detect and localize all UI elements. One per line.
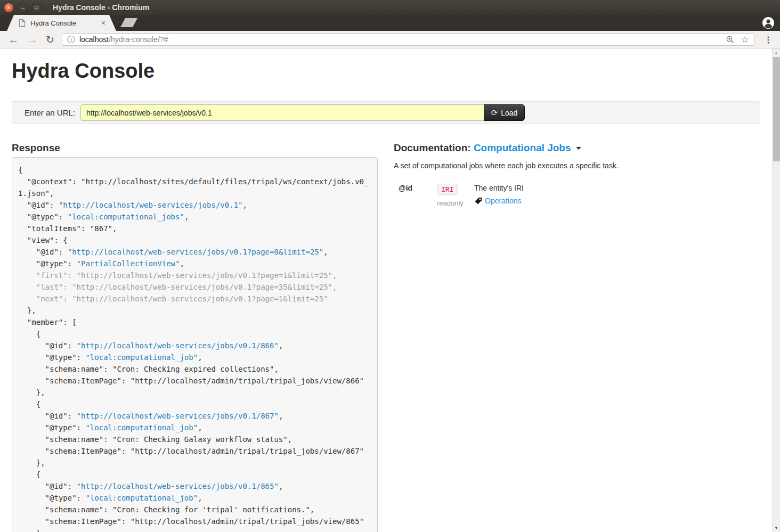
response-json-line: "@id": "http://localhost/web-services/jo…: [18, 246, 371, 258]
json-text: "next": "http://localhost/web-services/j…: [18, 294, 328, 303]
response-heading: Response: [12, 142, 378, 154]
json-text: ,: [198, 353, 202, 362]
json-link[interactable]: "local:computational_job": [85, 353, 198, 362]
response-json-line: "schema:name": "Cron: Checking for 'trip…: [18, 504, 371, 515]
json-text: "schema:name": "Cron: Checking Galaxy wo…: [18, 435, 292, 444]
url-form-panel: Enter an URL: ⟳Load: [12, 101, 760, 124]
json-text: "schema:name": "Cron: Checking for 'trip…: [18, 505, 314, 514]
url-host: localhost: [79, 35, 109, 44]
url-path: /hydra-console/?#: [109, 35, 168, 44]
window-maximize-button[interactable]: [31, 3, 42, 13]
json-text: ,: [242, 201, 247, 209]
json-text: {: [18, 400, 40, 408]
response-json-line: "@type": "local:computational_job",: [18, 351, 371, 363]
response-json-line: "@type": "local:computational_job",: [18, 492, 371, 504]
avatar-icon: [762, 17, 775, 29]
json-text: ,: [279, 412, 283, 420]
api-url-input[interactable]: [80, 104, 484, 121]
json-link[interactable]: "http://localhost/web-services/jobs/v0.1…: [59, 201, 243, 209]
json-text: "@id":: [18, 201, 59, 209]
forward-button[interactable]: →: [23, 35, 42, 45]
scroll-down-icon[interactable]: ▼: [773, 526, 780, 530]
json-text: {: [18, 330, 40, 338]
json-link[interactable]: "local:computational_job": [85, 423, 198, 432]
response-json-line: },: [18, 387, 371, 398]
scroll-up-icon[interactable]: ▲: [773, 51, 780, 54]
refresh-icon: ⟳: [491, 109, 498, 117]
json-text: "schema:ItemPage": "http://localhost/adm…: [18, 517, 364, 526]
page-scrollbar[interactable]: ▲ ▼: [772, 48, 780, 532]
new-tab-button[interactable]: [120, 18, 137, 27]
response-json-line: "@id": "http://localhost/web-services/jo…: [18, 340, 371, 351]
documentation-heading: Documentation: Computational Jobs: [394, 142, 760, 154]
json-text: },: [18, 388, 45, 397]
tab-strip: Hydra Console ×: [0, 15, 780, 31]
property-type-badge: IRI: [437, 184, 458, 195]
bookmark-star-icon[interactable]: ☆: [741, 34, 749, 45]
maximize-icon: [35, 6, 38, 9]
response-json-line: "schema:name": "Cron: Checking Galaxy wo…: [18, 433, 371, 445]
json-link[interactable]: "local:computational_job": [85, 494, 198, 502]
json-text: "@type":: [18, 353, 85, 362]
response-section: Response { "@context": "http://localhost…: [12, 142, 378, 532]
zoom-icon[interactable]: [726, 35, 735, 44]
window-minimize-button[interactable]: –: [18, 3, 28, 13]
window-titlebar: × – Hydra Console - Chromium: [0, 0, 780, 15]
scrollbar-thumb[interactable]: [773, 57, 780, 161]
response-json-line: "schema:ItemPage": "http://localhost/adm…: [18, 375, 371, 387]
url-bar[interactable]: ⓘ localhost/hydra-console/?# ☆: [62, 33, 754, 46]
operations-link[interactable]: Operations: [485, 197, 521, 205]
json-text: "schema:ItemPage": "http://localhost/adm…: [18, 447, 364, 455]
json-text: {: [18, 166, 22, 174]
json-text: "@id":: [18, 248, 68, 256]
json-link[interactable]: "local:computational_jobs": [68, 212, 184, 221]
json-text: "schema:ItemPage": "http://localhost/adm…: [18, 377, 364, 385]
json-text: ,: [198, 423, 202, 432]
response-json-line: },: [18, 457, 371, 469]
json-text: ,: [279, 341, 283, 350]
response-json-line: {: [18, 398, 371, 410]
page-info-icon[interactable]: ⓘ: [67, 35, 75, 45]
response-json-line: "@id": "http://localhost/web-services/jo…: [18, 410, 371, 422]
response-json-line: "schema:name": "Cron: Checking expired c…: [18, 363, 371, 375]
back-button[interactable]: ←: [4, 35, 23, 45]
json-link[interactable]: "PartialCollectionView": [77, 259, 180, 268]
response-json-line: "@type": "PartialCollectionView",: [18, 258, 371, 269]
response-json-line: {: [18, 328, 371, 340]
response-json-line: },: [18, 527, 371, 532]
documentation-class-link[interactable]: Computational Jobs: [474, 142, 571, 153]
response-json-line: {: [18, 164, 371, 176]
json-text: "schema:name": "Cron: Checking expired c…: [18, 365, 279, 373]
chevron-down-icon[interactable]: [576, 147, 581, 150]
json-text: "@type":: [18, 494, 85, 502]
response-json-line: "@type": "local:computational_jobs",: [18, 211, 371, 223]
json-link[interactable]: "http://localhost/web-services/jobs/v0.1…: [77, 341, 279, 350]
json-text: "view": {: [18, 236, 68, 244]
tag-icon: [474, 197, 482, 205]
json-text: "@type":: [18, 423, 85, 432]
url-form-label: Enter an URL:: [25, 108, 80, 117]
window-close-button[interactable]: ×: [4, 3, 14, 13]
json-text: ,: [180, 259, 184, 268]
tab-hydra-console[interactable]: Hydra Console ×: [7, 15, 116, 31]
json-link[interactable]: "http://localhost/web-services/jobs/v0.1…: [77, 412, 279, 420]
load-button[interactable]: ⟳Load: [484, 104, 525, 121]
json-text: ,: [184, 212, 189, 221]
profile-avatar-button[interactable]: [761, 16, 775, 30]
tab-close-icon[interactable]: ×: [101, 19, 105, 27]
json-link[interactable]: "http://localhost/web-services/jobs/v0.1…: [77, 482, 279, 490]
response-json-line: "member": [: [18, 316, 371, 328]
response-json-line: "last": "http://localhost/web-services/j…: [18, 281, 371, 293]
response-json-line: "schema:ItemPage": "http://localhost/adm…: [18, 515, 371, 527]
response-json: { "@context": "http://localhost/sites/de…: [12, 157, 378, 532]
property-row: @id IRI readonly The entity's IRI Operat…: [394, 177, 760, 207]
json-link[interactable]: "http://localhost/web-services/jobs/v0.1…: [68, 248, 323, 256]
json-text: },: [18, 459, 45, 467]
response-json-line: "totalItems": "867",: [18, 223, 371, 234]
browser-menu-icon[interactable]: ⋮: [760, 35, 773, 45]
reload-button[interactable]: ↻: [42, 35, 59, 45]
documentation-description: A set of computational jobs where each j…: [394, 160, 760, 171]
browser-toolbar: ← → ↻ ⓘ localhost/hydra-console/?# ☆ ⋮: [0, 31, 780, 48]
response-json-line: "view": {: [18, 234, 371, 246]
json-text: "@id":: [18, 341, 77, 350]
